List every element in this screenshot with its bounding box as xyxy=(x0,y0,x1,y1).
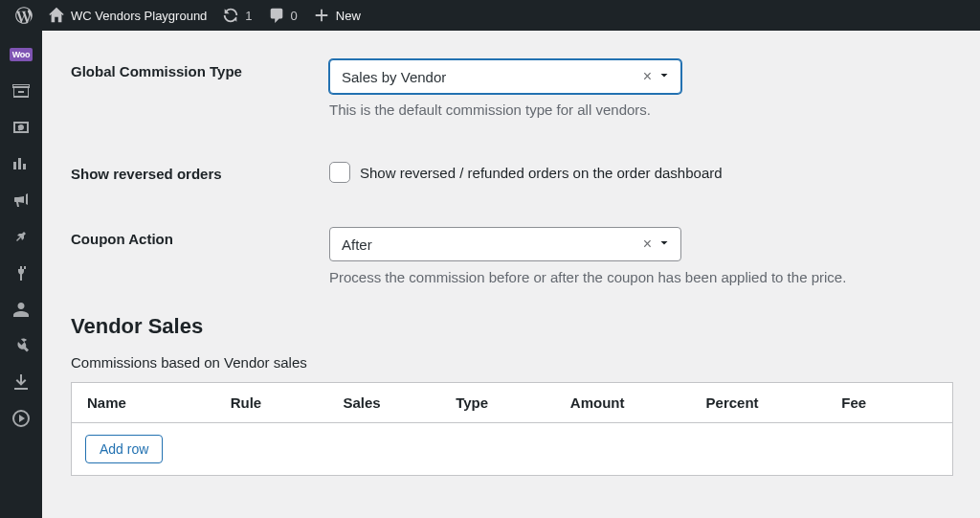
pin-icon xyxy=(11,227,31,246)
section-title: Vendor Sales xyxy=(71,314,953,339)
wordpress-icon xyxy=(15,7,33,24)
row-reversed-orders: Show reversed orders Show reversed / ref… xyxy=(71,162,953,183)
site-title: WC Vendors Playground xyxy=(71,9,207,23)
chevron-down-icon xyxy=(657,69,671,85)
archive-icon xyxy=(11,81,31,101)
sidebar-item-users[interactable] xyxy=(0,291,42,327)
comments-count: 0 xyxy=(291,9,298,23)
row-coupon-action: Coupon Action After × Process the commis… xyxy=(71,227,953,285)
col-rule: Rule xyxy=(231,394,344,411)
col-amount: Amount xyxy=(570,394,706,411)
wrench-icon xyxy=(11,336,31,355)
megaphone-icon xyxy=(11,191,31,210)
col-fee: Fee xyxy=(841,394,937,411)
desc-coupon-action: Process the commission before or after t… xyxy=(329,269,953,285)
play-circle-icon xyxy=(11,409,31,428)
col-sales: Sales xyxy=(343,394,456,411)
sidebar-item-collapse[interactable] xyxy=(0,400,42,437)
sidebar-item-marketing[interactable] xyxy=(0,182,42,218)
settings-content: Global Commission Type Sales by Vendor ×… xyxy=(42,31,980,518)
plug-icon xyxy=(11,263,31,282)
refresh-icon xyxy=(222,7,239,24)
row-commission-type: Global Commission Type Sales by Vendor ×… xyxy=(71,59,953,118)
select-value: After xyxy=(342,236,637,253)
plus-icon xyxy=(313,7,330,24)
section-desc: Commissions based on Vendor sales xyxy=(71,354,953,371)
sidebar-item-pin[interactable] xyxy=(0,218,42,255)
clear-icon[interactable]: × xyxy=(637,68,657,85)
svg-text:$: $ xyxy=(17,124,22,132)
add-row-button[interactable]: Add row xyxy=(85,435,163,463)
updates-link[interactable]: 1 xyxy=(214,0,259,31)
updates-count: 1 xyxy=(245,9,252,23)
checkbox-label-reversed[interactable]: Show reversed / refunded orders on the o… xyxy=(360,165,723,181)
sidebar-item-tools[interactable] xyxy=(0,327,42,364)
sidebar-item-products[interactable] xyxy=(0,73,42,109)
admin-sidebar: Woo $ xyxy=(0,31,42,518)
col-type: Type xyxy=(456,394,570,411)
money-icon: $ xyxy=(11,118,31,137)
sidebar-item-import[interactable] xyxy=(0,364,42,400)
table-body: Add row xyxy=(72,423,952,475)
select-value: Sales by Vendor xyxy=(342,69,637,85)
label-coupon-action: Coupon Action xyxy=(71,227,329,285)
clear-icon[interactable]: × xyxy=(637,236,657,253)
sidebar-item-analytics[interactable] xyxy=(0,146,42,182)
download-icon xyxy=(11,372,31,392)
user-icon xyxy=(11,300,31,319)
chart-bar-icon xyxy=(11,154,31,173)
col-name: Name xyxy=(87,394,231,411)
desc-commission-type: This is the default commission type for … xyxy=(329,101,953,118)
sidebar-item-woocommerce[interactable]: Woo xyxy=(0,36,42,73)
label-reversed-orders: Show reversed orders xyxy=(71,162,329,183)
comments-link[interactable]: 0 xyxy=(260,0,305,31)
new-label: New xyxy=(336,9,361,23)
table-header: Name Rule Sales Type Amount Percent Fee xyxy=(72,383,952,423)
site-name-link[interactable]: WC Vendors Playground xyxy=(40,0,214,31)
select-coupon-action[interactable]: After × xyxy=(329,227,681,261)
label-commission-type: Global Commission Type xyxy=(71,59,329,118)
wp-admin-bar: WC Vendors Playground 1 0 New xyxy=(0,0,980,31)
comment-icon xyxy=(268,7,285,24)
vendor-sales-table: Name Rule Sales Type Amount Percent Fee … xyxy=(71,382,953,476)
sidebar-item-plugins[interactable] xyxy=(0,255,42,291)
select-commission-type[interactable]: Sales by Vendor × xyxy=(329,59,681,94)
sidebar-item-payments[interactable]: $ xyxy=(0,109,42,146)
col-percent: Percent xyxy=(706,394,842,411)
woo-icon: Woo xyxy=(10,48,33,61)
chevron-down-icon xyxy=(657,236,671,253)
checkbox-reversed-orders[interactable] xyxy=(329,162,350,183)
new-content-link[interactable]: New xyxy=(305,0,368,31)
home-icon xyxy=(48,7,65,24)
wp-logo[interactable] xyxy=(8,0,40,31)
